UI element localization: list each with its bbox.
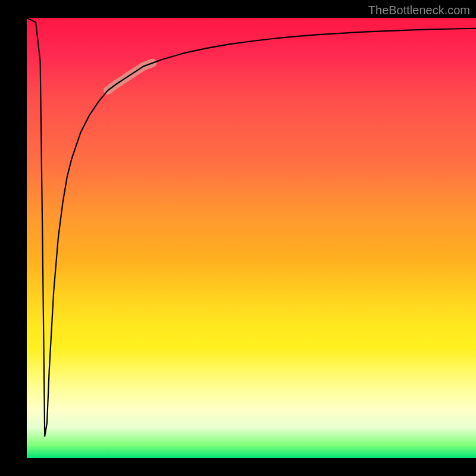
bottleneck-curve <box>27 18 476 436</box>
chart-plot-area <box>27 18 476 458</box>
attribution-text: TheBottleneck.com <box>368 4 470 17</box>
curve-highlight-segment <box>108 63 153 90</box>
chart-svg <box>27 18 476 458</box>
